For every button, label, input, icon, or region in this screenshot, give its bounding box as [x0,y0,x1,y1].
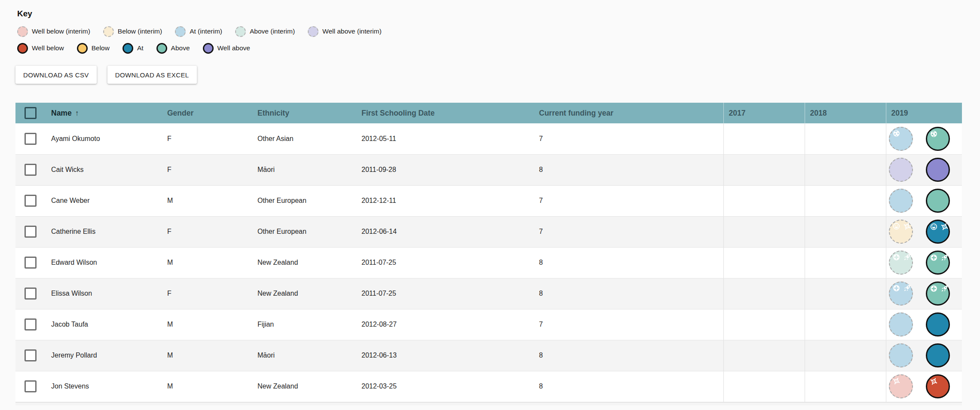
assessment-circle-result-well-above[interactable] [926,158,950,182]
assessment-circle-result-above[interactable] [926,251,950,275]
row-checkbox[interactable] [24,195,37,207]
current_funding_year-cell: 7 [539,216,723,247]
current_funding_year-cell: 7 [539,185,723,216]
key-item: Above [156,43,190,54]
year-cell-2018 [805,278,886,309]
download-excel-button[interactable]: DOWNLOAD AS EXCEL [107,66,197,84]
column-header-label: 2017 [729,109,746,117]
assessment-circle-interim-at-interim[interactable] [889,312,913,337]
circle-icon-group [893,254,911,261]
row-checkbox[interactable] [24,380,37,392]
globe-icon [930,130,937,138]
assessment-circle-interim-at-interim[interactable] [889,281,913,306]
row-checkbox[interactable] [24,349,37,361]
name-cell: Elissa Wilson [51,278,167,309]
circle-icon-group [893,223,911,230]
assessment-circle-interim-below-interim[interactable] [889,220,913,244]
assessment-circle-result-above[interactable] [926,281,950,306]
first_schooling_date-cell: 2012-06-13 [361,340,539,371]
row-select-cell [15,216,51,247]
assessment-circle-result-at[interactable] [926,220,950,244]
key-item: Below (interim) [103,26,162,37]
assessment-circle-result-above[interactable] [926,189,950,213]
year-cell-2019 [886,278,962,309]
year-cell-2019 [886,154,962,185]
assessment-circle-interim-well-above-interim[interactable] [889,158,913,182]
circle-icon-group [930,254,948,261]
key-item-label: Well above (interim) [322,28,382,35]
key-item-label: Below [92,44,110,52]
circle-group [886,281,962,306]
key-item-label: Below (interim) [118,28,162,35]
assessment-circle-interim-at-interim[interactable] [889,127,913,151]
row-checkbox[interactable] [24,318,37,330]
assessment-circle-result-well-below[interactable] [926,374,950,398]
row-checkbox[interactable] [24,257,37,269]
circle-icon-group [930,130,937,138]
year-cell-2018 [805,247,886,278]
column-header-gender[interactable]: Gender [167,103,257,123]
column-header-current_funding_year[interactable]: Current funding year [539,103,723,123]
column-header-2017[interactable]: 2017 [723,103,805,123]
key-row-final: Well belowBelowAtAboveWell above [17,43,980,54]
key-item: Well above (interim) [308,26,382,37]
ethnicity-cell: Māori [257,340,361,371]
target-icon [941,223,948,230]
assessment-circle-interim-at-interim[interactable] [889,343,913,367]
key-swatch-well-below-interim [17,26,28,37]
first_schooling_date-cell: 2012-05-11 [361,123,539,154]
first_schooling_date-cell: 2012-12-11 [361,185,539,216]
row-checkbox[interactable] [24,288,37,300]
assessment-circle-interim-well-below-interim[interactable] [889,374,913,398]
key-item: Well below [17,43,64,54]
ethnicity-cell: Māori [257,154,361,185]
column-header-label: Current funding year [539,109,613,117]
assessment-circle-interim-above-interim[interactable] [889,251,913,275]
smiley-icon [893,223,900,230]
current_funding_year-cell: 8 [539,340,723,371]
gender-cell: M [167,340,257,371]
year-cell-2019 [886,185,962,216]
assessment-circle-result-at[interactable] [926,343,950,367]
year-cell-2018 [805,185,886,216]
column-header-label: Gender [167,109,193,117]
assessment-circle-interim-at-interim[interactable] [889,189,913,213]
year-cell-2017 [723,216,805,247]
sort-ascending-icon: ↑ [75,109,79,117]
circle-group [886,158,962,182]
key-row-interim: Well below (interim)Below (interim)At (i… [17,26,980,37]
table-row: Ayami OkumotoFOther Asian2012-05-117 [15,123,962,154]
download-csv-button[interactable]: DOWNLOAD AS CSV [15,66,97,84]
circle-icon-group [930,223,948,230]
name-cell: Jon Stevens [51,371,167,402]
key-swatch-well-above-interim [308,26,318,37]
row-select-cell [15,340,51,371]
year-cell-2019 [886,340,962,371]
row-checkbox[interactable] [24,133,37,145]
year-cell-2018 [805,371,886,402]
assessment-circle-result-above[interactable] [926,127,950,151]
circle-icon-group [893,285,911,292]
row-checkbox[interactable] [24,226,37,238]
row-checkbox[interactable] [24,164,37,176]
key-item-label: At (interim) [190,28,222,35]
circle-group [886,220,962,244]
column-header-label: 2019 [891,109,908,117]
column-header-label: Name [51,109,72,117]
key-swatch-above [156,43,167,54]
plus-circle-icon [930,254,937,261]
circle-group [886,312,962,337]
rocket-icon [941,254,948,261]
gender-cell: F [167,278,257,309]
row-select-cell [15,247,51,278]
column-header-2019[interactable]: 2019 [886,103,962,123]
year-cell-2018 [805,123,886,154]
year-cell-2017 [723,154,805,185]
column-header-first_schooling_date[interactable]: First Schooling Date [361,103,539,123]
column-header-2018[interactable]: 2018 [805,103,886,123]
row-select-cell [15,185,51,216]
column-header-name[interactable]: Name↑ [51,103,167,123]
select-all-checkbox[interactable] [24,107,37,119]
column-header-ethnicity[interactable]: Ethnicity [257,103,361,123]
assessment-circle-result-at[interactable] [926,312,950,337]
